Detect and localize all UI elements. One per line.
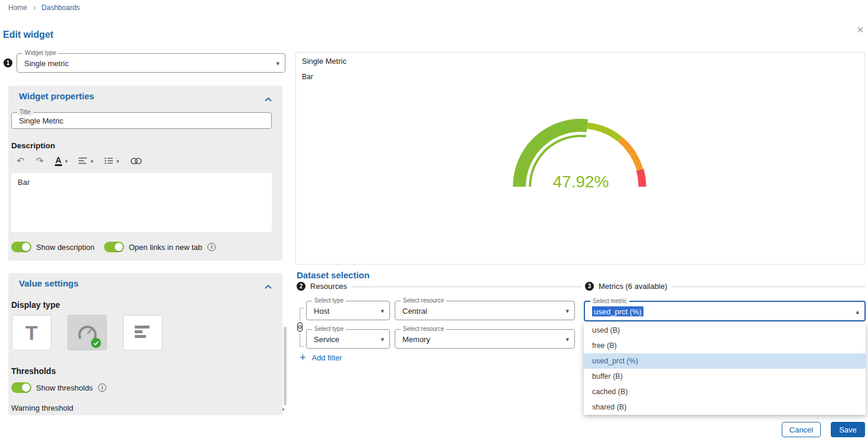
- widget-type-value: Single metric: [24, 58, 69, 67]
- show-description-label: Show description: [36, 243, 95, 252]
- resources-label: Resources: [310, 282, 347, 291]
- text-color-button[interactable]: A ▾: [55, 157, 68, 166]
- display-type-gauge-button[interactable]: [67, 315, 107, 350]
- warning-threshold-label: Warning threshold: [11, 404, 73, 412]
- select-metric-label: Select metric: [590, 298, 629, 305]
- resource-type-select-2[interactable]: Select type Service ▾: [306, 329, 390, 349]
- select-type-value: Host: [314, 306, 330, 315]
- display-type-bar-button[interactable]: [123, 315, 162, 350]
- selected-check-icon: [91, 338, 101, 348]
- chevron-down-icon[interactable]: ▾: [276, 59, 279, 67]
- gauge-value-text: 47.92%: [553, 173, 609, 191]
- widget-properties-heading: Widget properties: [19, 91, 94, 101]
- preview-description: Bar: [302, 73, 313, 81]
- metric-option-selected[interactable]: used_prct (%): [584, 353, 866, 369]
- add-filter-label: Add filter: [312, 353, 342, 362]
- select-resource-value: Memory: [402, 334, 430, 343]
- widget-properties-panel: Widget properties Title Single Metric De…: [8, 86, 282, 261]
- gauge-chart: 47.92%: [504, 107, 658, 197]
- value-settings-heading: Value settings: [19, 278, 79, 288]
- resource-select-2[interactable]: Select resource Memory ▾: [395, 329, 575, 349]
- step-3-badge: 3: [585, 282, 594, 291]
- align-left-icon: [79, 157, 87, 166]
- cancel-button[interactable]: Cancel: [782, 422, 821, 437]
- breadcrumb-dashboards-link[interactable]: Dashboards: [41, 4, 80, 12]
- description-label: Description: [11, 141, 55, 150]
- align-button[interactable]: ▾: [79, 157, 93, 166]
- edit-widget-page: Home › Dashboards × Edit widget 1 Widget…: [0, 0, 868, 439]
- select-resource-label: Select resource: [401, 326, 446, 333]
- preview-title: Single Metric: [302, 57, 346, 66]
- metric-option[interactable]: cached (B): [584, 384, 866, 399]
- text-color-icon: A: [55, 157, 62, 166]
- chevron-down-icon[interactable]: ▾: [381, 307, 384, 314]
- widget-preview-panel: Single Metric Bar 47.92%: [295, 52, 865, 265]
- info-icon[interactable]: i: [207, 243, 216, 251]
- metrics-section-header: 3 Metrics (6 available): [585, 282, 865, 291]
- metric-option[interactable]: used (B): [584, 323, 866, 338]
- widget-type-select[interactable]: Widget type Single metric ▾: [17, 53, 285, 73]
- breadcrumb-home-link[interactable]: Home: [8, 4, 27, 12]
- resources-section-header: 2 Resources: [297, 282, 582, 291]
- scrollbar-down-arrow-icon[interactable]: ▾: [282, 407, 285, 412]
- display-type-text-button[interactable]: T: [12, 315, 51, 350]
- select-resource-label: Select resource: [401, 297, 446, 304]
- resource-type-select-1[interactable]: Select type Host ▾: [306, 301, 390, 320]
- divider: [352, 287, 582, 287]
- select-type-label: Select type: [312, 297, 346, 304]
- metrics-label: Metrics (6 available): [599, 282, 667, 291]
- undo-icon[interactable]: ↶: [17, 157, 24, 166]
- richtext-toolbar: ↶ ↷ A ▾ ▾ ▾: [12, 154, 142, 169]
- description-editor[interactable]: Bar: [11, 173, 272, 232]
- show-thresholds-toggle[interactable]: [11, 382, 31, 393]
- show-thresholds-label: Show thresholds: [36, 383, 93, 392]
- resource-select-1[interactable]: Select resource Central ▾: [395, 301, 575, 320]
- add-filter-button[interactable]: + Add filter: [300, 352, 342, 363]
- select-type-value: Service: [314, 334, 339, 343]
- left-panel-scrollbar[interactable]: [284, 327, 287, 405]
- breadcrumb: Home › Dashboards: [8, 3, 80, 12]
- metric-options-menu: used (B) free (B) used_prct (%) buffer (…: [584, 323, 866, 415]
- step-2-badge: 2: [297, 282, 305, 291]
- plus-icon: +: [300, 352, 306, 363]
- chevron-down-icon[interactable]: ▾: [381, 335, 384, 343]
- chevron-down-icon: ▾: [116, 158, 119, 164]
- metric-option[interactable]: buffer (B): [584, 369, 866, 384]
- open-links-toggle[interactable]: [104, 242, 124, 252]
- step-1-badge: 1: [4, 58, 12, 67]
- widget-type-label: Widget type: [22, 50, 58, 57]
- select-resource-value: Central: [402, 306, 427, 315]
- thresholds-toggle-row: Show thresholds i: [11, 382, 106, 393]
- chevron-up-icon[interactable]: [265, 95, 272, 103]
- thresholds-label: Thresholds: [11, 366, 56, 376]
- bullet-list-icon: [105, 157, 113, 166]
- insert-link-button[interactable]: [131, 157, 142, 166]
- title-field-label: Title: [17, 109, 33, 116]
- metric-select[interactable]: Select metric used_prct (%) ▴: [584, 301, 866, 321]
- chevron-up-icon[interactable]: ▴: [856, 307, 859, 315]
- chevron-up-icon[interactable]: [265, 282, 272, 291]
- select-type-label: Select type: [312, 326, 346, 333]
- open-links-label: Open links in new tab: [129, 243, 202, 252]
- value-settings-panel: Value settings Display type T: [8, 273, 282, 415]
- divider: [672, 287, 865, 287]
- list-button[interactable]: ▾: [105, 157, 119, 166]
- display-type-label: Display type: [11, 300, 60, 310]
- info-icon[interactable]: i: [98, 383, 106, 392]
- metric-option[interactable]: free (B): [584, 338, 866, 353]
- chevron-down-icon: ▾: [90, 158, 93, 164]
- breadcrumb-separator-icon: ›: [33, 3, 35, 12]
- chevron-down-icon[interactable]: ▾: [565, 307, 569, 314]
- title-field-value: Single Metric: [19, 116, 63, 125]
- chevron-down-icon[interactable]: ▾: [565, 335, 569, 343]
- save-button[interactable]: Save: [831, 422, 865, 437]
- page-title: Edit widget: [3, 30, 53, 40]
- close-icon[interactable]: ×: [857, 24, 864, 35]
- metric-option[interactable]: shared (B): [584, 399, 866, 415]
- chain-link-icon: [295, 320, 304, 334]
- show-description-toggle[interactable]: [11, 242, 31, 252]
- display-type-buttons: T: [12, 315, 162, 350]
- redo-icon[interactable]: ↷: [35, 157, 43, 166]
- title-field[interactable]: Title Single Metric: [11, 112, 272, 129]
- bar-chart-icon: [135, 325, 151, 340]
